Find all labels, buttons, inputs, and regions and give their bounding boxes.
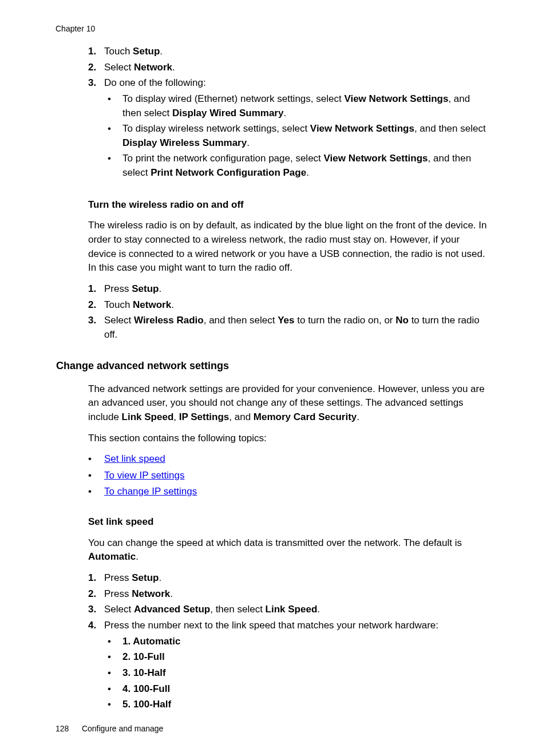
bullet-icon: •: [104, 666, 122, 680]
option-item: • 1. Automatic: [104, 635, 489, 649]
step-2: 2. Select Network.: [88, 61, 489, 75]
option-text: 4. 100-Full: [122, 682, 489, 696]
link-item: • To view IP settings: [88, 469, 489, 483]
option-text: 5. 100-Half: [122, 698, 489, 712]
step-number: 1.: [88, 45, 104, 59]
steps-list-radio: 1. Press Setup. 2. Touch Network. 3. Sel…: [88, 282, 489, 342]
link-item: • To change IP settings: [88, 485, 489, 499]
step-text: Select Advanced Setup, then select Link …: [104, 603, 489, 617]
step-1: 1. Press Setup.: [88, 282, 489, 296]
paragraph: This section contains the following topi…: [88, 432, 489, 446]
bullet-text: To print the network configuration page,…: [122, 152, 489, 180]
step-text: Select Network.: [104, 61, 489, 75]
bullet-icon: •: [88, 469, 104, 483]
option-item: • 4. 100-Full: [104, 682, 489, 696]
page-content: 1. Touch Setup. 2. Select Network. 3. Do…: [88, 45, 489, 730]
link-set-link-speed[interactable]: Set link speed: [104, 452, 165, 466]
heading-set-link-speed: Set link speed: [88, 515, 489, 529]
step-number: 1.: [88, 282, 104, 296]
bullet-icon: •: [104, 152, 122, 180]
link-change-ip-settings[interactable]: To change IP settings: [104, 485, 197, 499]
option-text: 3. 10-Half: [122, 666, 489, 680]
step-2: 2. Press Network.: [88, 587, 489, 601]
heading-advanced-settings: Change advanced network settings: [56, 358, 489, 373]
sub-bullet-list: • To display wired (Ethernet) network se…: [104, 92, 489, 180]
bullet-text: To display wireless network settings, se…: [122, 122, 489, 150]
step-4: 4. Press the number next to the link spe…: [88, 619, 489, 714]
bullet-item: • To display wired (Ethernet) network se…: [104, 92, 489, 120]
paragraph: The wireless radio is on by default, as …: [88, 219, 489, 275]
bullet-icon: •: [104, 682, 122, 696]
step-2: 2. Touch Network.: [88, 298, 489, 312]
bullet-text: To display wired (Ethernet) network sett…: [122, 92, 489, 120]
heading-wireless-radio: Turn the wireless radio on and off: [88, 198, 489, 212]
step-text: Press Setup.: [104, 282, 489, 296]
step-1: 1. Touch Setup.: [88, 45, 489, 59]
bullet-icon: •: [104, 92, 122, 120]
step-3: 3. Do one of the following: • To display…: [88, 76, 489, 181]
bullet-item: • To print the network configuration pag…: [104, 152, 489, 180]
link-view-ip-settings[interactable]: To view IP settings: [104, 469, 184, 483]
step-number: 4.: [88, 619, 104, 714]
bullet-icon: •: [104, 122, 122, 150]
bullet-icon: •: [104, 698, 122, 712]
link-speed-options: • 1. Automatic • 2. 10-Full • 3. 10-Half…: [104, 635, 489, 712]
page-number: 128: [56, 723, 80, 734]
option-text: 2. 10-Full: [122, 650, 489, 664]
step-number: 2.: [88, 298, 104, 312]
step-number: 3.: [88, 603, 104, 617]
footer-title: Configure and manage: [82, 724, 163, 733]
step-number: 3.: [88, 314, 104, 342]
option-text: 1. Automatic: [122, 635, 489, 649]
steps-list-linkspeed: 1. Press Setup. 2. Press Network. 3. Sel…: [88, 571, 489, 714]
step-text: Touch Setup.: [104, 45, 489, 59]
step-3: 3. Select Advanced Setup, then select Li…: [88, 603, 489, 617]
link-item: • Set link speed: [88, 452, 489, 466]
step-number: 3.: [88, 76, 104, 181]
bullet-icon: •: [104, 650, 122, 664]
step-text: Touch Network.: [104, 298, 489, 312]
paragraph: The advanced network settings are provid…: [88, 382, 489, 425]
step-text: Select Wireless Radio, and then select Y…: [104, 314, 489, 342]
step-number: 1.: [88, 571, 104, 585]
option-item: • 5. 100-Half: [104, 698, 489, 712]
step-3: 3. Select Wireless Radio, and then selec…: [88, 314, 489, 342]
step-text: Press Setup.: [104, 571, 489, 585]
step-text: Press Network.: [104, 587, 489, 601]
bullet-icon: •: [88, 452, 104, 466]
step-text: Press the number next to the link speed …: [104, 619, 489, 714]
bullet-icon: •: [88, 485, 104, 499]
chapter-header: Chapter 10: [56, 23, 95, 34]
option-item: • 3. 10-Half: [104, 666, 489, 680]
bullet-icon: •: [104, 635, 122, 649]
bullet-item: • To display wireless network settings, …: [104, 122, 489, 150]
step-text: Do one of the following: • To display wi…: [104, 76, 489, 181]
step-1: 1. Press Setup.: [88, 571, 489, 585]
page-footer: 128 Configure and manage: [56, 723, 163, 734]
step-number: 2.: [88, 61, 104, 75]
step-number: 2.: [88, 587, 104, 601]
option-item: • 2. 10-Full: [104, 650, 489, 664]
steps-list-top: 1. Touch Setup. 2. Select Network. 3. Do…: [88, 45, 489, 182]
paragraph: You can change the speed at which data i…: [88, 536, 489, 564]
topic-link-list: • Set link speed • To view IP settings •…: [88, 452, 489, 499]
